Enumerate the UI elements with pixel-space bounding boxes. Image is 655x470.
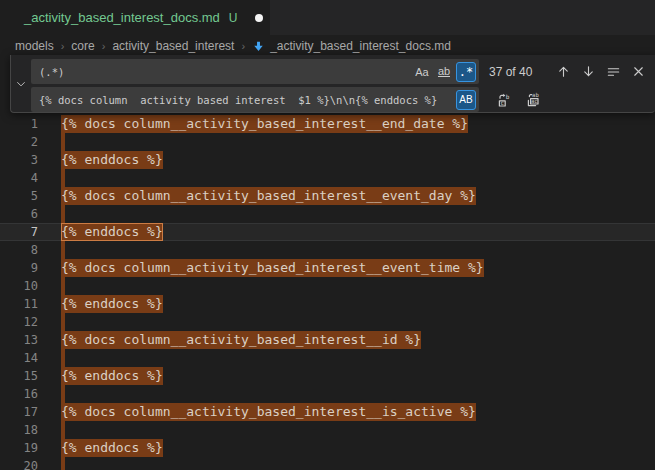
replace-all-button[interactable]: ab ac xyxy=(522,89,543,110)
line-content: {% docs column__activity_based_interest_… xyxy=(61,187,476,205)
find-match-empty xyxy=(61,133,65,151)
close-icon xyxy=(631,64,646,79)
editor-line[interactable]: 7{% enddocs %} xyxy=(0,223,655,241)
replace-all-icon: ab ac xyxy=(525,92,541,108)
editor-pane[interactable]: 1{% docs column__activity_based_interest… xyxy=(0,57,655,470)
match-count: 37 of 40 xyxy=(489,65,551,79)
find-match: {% enddocs %} xyxy=(61,367,163,385)
find-match-empty xyxy=(61,205,65,223)
editor-line[interactable]: 2 xyxy=(0,133,655,151)
line-number: 7 xyxy=(0,223,38,241)
editor-line[interactable]: 8 xyxy=(0,241,655,259)
line-number: 5 xyxy=(0,187,38,205)
editor-line[interactable]: 15{% enddocs %} xyxy=(0,367,655,385)
editor-line[interactable]: 20 xyxy=(0,457,655,470)
editor-line[interactable]: 10 xyxy=(0,277,655,295)
svg-text:b: b xyxy=(505,92,509,99)
line-content: {% enddocs %} xyxy=(61,223,163,241)
editor-line[interactable]: 5{% docs column__activity_based_interest… xyxy=(0,187,655,205)
line-number: 18 xyxy=(0,421,38,439)
line-number: 1 xyxy=(0,115,38,133)
find-row: Aa ab .* 37 of 40 xyxy=(31,59,651,84)
arrow-up-icon xyxy=(556,64,571,79)
preserve-case-toggle[interactable]: AB xyxy=(456,90,476,110)
editor-line[interactable]: 3{% enddocs %} xyxy=(0,151,655,169)
find-match: {% docs column__activity_based_interest_… xyxy=(61,187,476,205)
current-find-match: {% enddocs %} xyxy=(61,223,163,241)
line-number: 17 xyxy=(0,403,38,421)
next-match-button[interactable] xyxy=(578,61,599,82)
svg-text:ac: ac xyxy=(530,97,537,103)
tab-active-file[interactable]: _activity_based_interest_docs.md U xyxy=(0,0,270,35)
find-match: {% enddocs %} xyxy=(61,295,163,313)
find-match-empty xyxy=(61,349,65,367)
line-number: 11 xyxy=(0,295,38,313)
editor-line[interactable]: 6 xyxy=(0,205,655,223)
close-find-button[interactable] xyxy=(628,61,649,82)
line-number: 10 xyxy=(0,277,38,295)
editor-line[interactable]: 16 xyxy=(0,385,655,403)
line-number: 19 xyxy=(0,439,38,457)
breadcrumb-item-folder[interactable]: activity_based_interest xyxy=(112,39,234,53)
editor-line[interactable]: 17{% docs column__activity_based_interes… xyxy=(0,403,655,421)
line-content xyxy=(61,421,65,439)
line-number: 14 xyxy=(0,349,38,367)
line-number: 16 xyxy=(0,385,38,403)
find-input-box: Aa ab .* xyxy=(31,59,479,84)
find-input[interactable] xyxy=(31,59,410,84)
find-match: {% docs column__activity_based_interest_… xyxy=(61,331,421,349)
find-match: {% enddocs %} xyxy=(61,151,163,169)
chevron-right-icon: › xyxy=(241,40,245,52)
match-case-toggle[interactable]: Aa xyxy=(412,62,432,82)
replace-actions: b c ab ac xyxy=(494,89,543,110)
line-content: {% enddocs %} xyxy=(61,295,163,313)
replace-icon: b c xyxy=(497,92,513,108)
line-content: {% docs column__activity_based_interest_… xyxy=(61,403,476,421)
find-match-empty xyxy=(61,385,65,403)
breadcrumb-item-models[interactable]: models xyxy=(15,39,54,53)
find-in-selection-button[interactable] xyxy=(603,61,624,82)
line-number: 12 xyxy=(0,313,38,331)
regex-toggle[interactable]: .* xyxy=(456,62,476,82)
find-match-empty xyxy=(61,421,65,439)
find-replace-widget: Aa ab .* 37 of 40 xyxy=(10,55,655,113)
line-content xyxy=(61,169,65,187)
line-content xyxy=(61,349,65,367)
whole-word-toggle[interactable]: ab xyxy=(434,62,454,82)
find-match: {% docs column__activity_based_interest_… xyxy=(61,259,484,277)
tab-bar: _activity_based_interest_docs.md U xyxy=(0,0,655,35)
selection-lines-icon xyxy=(606,64,621,79)
find-match: {% docs column__activity_based_interest_… xyxy=(61,115,468,133)
line-number: 8 xyxy=(0,241,38,259)
line-content xyxy=(61,385,65,403)
editor-line[interactable]: 18 xyxy=(0,421,655,439)
line-content: {% enddocs %} xyxy=(61,439,163,457)
line-content xyxy=(61,205,65,223)
editor-line[interactable]: 11{% enddocs %} xyxy=(0,295,655,313)
code-lines: 1{% docs column__activity_based_interest… xyxy=(0,115,655,470)
replace-input[interactable] xyxy=(31,87,454,112)
line-content: {% enddocs %} xyxy=(61,367,163,385)
modified-dot-icon[interactable] xyxy=(255,14,263,22)
line-number: 20 xyxy=(0,457,38,470)
replace-button[interactable]: b c xyxy=(494,89,515,110)
line-content xyxy=(61,457,65,470)
editor-line[interactable]: 14 xyxy=(0,349,655,367)
editor-line[interactable]: 19{% enddocs %} xyxy=(0,439,655,457)
breadcrumb-item-file[interactable]: _activity_based_interest_docs.md xyxy=(252,39,451,53)
editor-line[interactable]: 4 xyxy=(0,169,655,187)
editor-line[interactable]: 9{% docs column__activity_based_interest… xyxy=(0,259,655,277)
line-number: 3 xyxy=(0,151,38,169)
git-status-badge: U xyxy=(229,11,238,25)
previous-match-button[interactable] xyxy=(553,61,574,82)
editor-line[interactable]: 13{% docs column__activity_based_interes… xyxy=(0,331,655,349)
editor-line[interactable]: 12 xyxy=(0,313,655,331)
toggle-replace-chevron[interactable] xyxy=(11,55,31,112)
find-match: {% enddocs %} xyxy=(61,439,163,457)
replace-row: AB b c a xyxy=(31,87,651,112)
line-content: {% docs column__activity_based_interest_… xyxy=(61,259,484,277)
editor-line[interactable]: 1{% docs column__activity_based_interest… xyxy=(0,115,655,133)
find-match-empty xyxy=(61,277,65,295)
line-content: {% docs column__activity_based_interest_… xyxy=(61,331,421,349)
breadcrumb-item-core[interactable]: core xyxy=(71,39,94,53)
